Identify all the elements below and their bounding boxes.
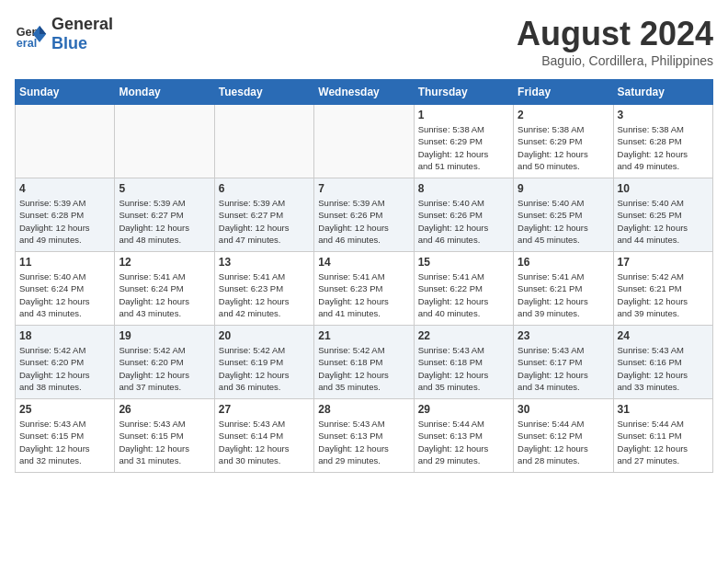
- day-info: Sunrise: 5:42 AM Sunset: 6:20 PM Dayligh…: [19, 344, 110, 393]
- day-info: Sunrise: 5:40 AM Sunset: 6:24 PM Dayligh…: [19, 270, 110, 319]
- calendar-cell: 18Sunrise: 5:42 AM Sunset: 6:20 PM Dayli…: [16, 326, 115, 399]
- calendar-cell: 26Sunrise: 5:43 AM Sunset: 6:15 PM Dayli…: [115, 399, 214, 473]
- calendar-cell: 5Sunrise: 5:39 AM Sunset: 6:27 PM Daylig…: [115, 178, 214, 252]
- logo-icon: Gen eral: [15, 17, 48, 51]
- title-block: August 2024 Baguio, Cordillera, Philippi…: [517, 15, 713, 68]
- calendar-cell: 29Sunrise: 5:44 AM Sunset: 6:13 PM Dayli…: [414, 399, 513, 473]
- calendar-body: 1Sunrise: 5:38 AM Sunset: 6:29 PM Daylig…: [16, 105, 713, 473]
- day-number: 2: [518, 109, 609, 121]
- day-info: Sunrise: 5:39 AM Sunset: 6:28 PM Dayligh…: [19, 197, 110, 246]
- day-info: Sunrise: 5:38 AM Sunset: 6:29 PM Dayligh…: [518, 123, 609, 172]
- day-number: 9: [518, 182, 609, 195]
- day-number: 31: [618, 403, 709, 416]
- day-info: Sunrise: 5:43 AM Sunset: 6:15 PM Dayligh…: [19, 418, 110, 466]
- day-number: 25: [19, 403, 110, 416]
- day-info: Sunrise: 5:43 AM Sunset: 6:15 PM Dayligh…: [119, 418, 210, 466]
- logo: Gen eral General Blue: [15, 15, 113, 53]
- day-number: 7: [318, 182, 409, 195]
- svg-marker-3: [40, 26, 46, 34]
- day-number: 16: [518, 256, 609, 269]
- calendar-day-header: Saturday: [613, 80, 712, 105]
- calendar-cell: 1Sunrise: 5:38 AM Sunset: 6:29 PM Daylig…: [414, 105, 513, 178]
- header: Gen eral General Blue August 2024 Baguio…: [15, 15, 713, 68]
- calendar-cell: 30Sunrise: 5:44 AM Sunset: 6:12 PM Dayli…: [514, 399, 613, 473]
- day-info: Sunrise: 5:42 AM Sunset: 6:21 PM Dayligh…: [618, 270, 709, 319]
- calendar-cell: [16, 105, 115, 178]
- calendar-cell: 4Sunrise: 5:39 AM Sunset: 6:28 PM Daylig…: [16, 178, 115, 252]
- calendar-cell: 11Sunrise: 5:40 AM Sunset: 6:24 PM Dayli…: [16, 252, 115, 326]
- calendar-week-row: 11Sunrise: 5:40 AM Sunset: 6:24 PM Dayli…: [16, 252, 713, 326]
- day-number: 11: [19, 256, 110, 269]
- calendar-cell: 19Sunrise: 5:42 AM Sunset: 6:20 PM Dayli…: [115, 326, 214, 399]
- day-info: Sunrise: 5:40 AM Sunset: 6:25 PM Dayligh…: [518, 197, 609, 246]
- day-number: 1: [418, 109, 509, 121]
- calendar-day-header: Sunday: [16, 80, 115, 105]
- day-number: 8: [418, 182, 509, 195]
- day-number: 12: [119, 256, 210, 269]
- calendar-cell: 21Sunrise: 5:42 AM Sunset: 6:18 PM Dayli…: [314, 326, 414, 399]
- calendar-day-header: Monday: [115, 80, 214, 105]
- calendar-cell: 13Sunrise: 5:41 AM Sunset: 6:23 PM Dayli…: [214, 252, 313, 326]
- day-info: Sunrise: 5:41 AM Sunset: 6:22 PM Dayligh…: [418, 270, 509, 319]
- calendar-cell: 24Sunrise: 5:43 AM Sunset: 6:16 PM Dayli…: [613, 326, 712, 399]
- calendar-week-row: 18Sunrise: 5:42 AM Sunset: 6:20 PM Dayli…: [16, 326, 713, 399]
- day-number: 24: [618, 329, 709, 342]
- calendar-cell: 22Sunrise: 5:43 AM Sunset: 6:18 PM Dayli…: [414, 326, 513, 399]
- calendar-cell: 31Sunrise: 5:44 AM Sunset: 6:11 PM Dayli…: [613, 399, 712, 473]
- calendar-cell: 10Sunrise: 5:40 AM Sunset: 6:25 PM Dayli…: [613, 178, 712, 252]
- day-info: Sunrise: 5:41 AM Sunset: 6:21 PM Dayligh…: [518, 270, 609, 319]
- calendar-header-row: SundayMondayTuesdayWednesdayThursdayFrid…: [16, 80, 713, 105]
- day-number: 4: [19, 182, 110, 195]
- day-info: Sunrise: 5:39 AM Sunset: 6:27 PM Dayligh…: [219, 197, 310, 246]
- calendar-cell: 17Sunrise: 5:42 AM Sunset: 6:21 PM Dayli…: [613, 252, 712, 326]
- day-number: 3: [618, 109, 709, 121]
- calendar-cell: 2Sunrise: 5:38 AM Sunset: 6:29 PM Daylig…: [514, 105, 613, 178]
- day-number: 29: [418, 403, 509, 416]
- calendar-day-header: Wednesday: [314, 80, 414, 105]
- day-number: 30: [518, 403, 609, 416]
- day-number: 19: [119, 329, 210, 342]
- day-info: Sunrise: 5:42 AM Sunset: 6:20 PM Dayligh…: [119, 344, 210, 393]
- day-number: 21: [318, 329, 409, 342]
- day-number: 22: [418, 329, 509, 342]
- calendar-table: SundayMondayTuesdayWednesdayThursdayFrid…: [15, 79, 713, 473]
- day-info: Sunrise: 5:42 AM Sunset: 6:18 PM Dayligh…: [318, 344, 409, 393]
- calendar-day-header: Friday: [514, 80, 613, 105]
- calendar-cell: 15Sunrise: 5:41 AM Sunset: 6:22 PM Dayli…: [414, 252, 513, 326]
- calendar-cell: 9Sunrise: 5:40 AM Sunset: 6:25 PM Daylig…: [514, 178, 613, 252]
- day-info: Sunrise: 5:41 AM Sunset: 6:23 PM Dayligh…: [219, 270, 310, 319]
- day-number: 14: [318, 256, 409, 269]
- day-info: Sunrise: 5:41 AM Sunset: 6:24 PM Dayligh…: [119, 270, 210, 319]
- calendar-title: August 2024: [517, 15, 713, 53]
- calendar-cell: 16Sunrise: 5:41 AM Sunset: 6:21 PM Dayli…: [514, 252, 613, 326]
- day-info: Sunrise: 5:44 AM Sunset: 6:11 PM Dayligh…: [618, 418, 709, 466]
- day-number: 17: [618, 256, 709, 269]
- calendar-cell: 20Sunrise: 5:42 AM Sunset: 6:19 PM Dayli…: [214, 326, 313, 399]
- day-number: 26: [119, 403, 210, 416]
- day-number: 13: [219, 256, 310, 269]
- calendar-subtitle: Baguio, Cordillera, Philippines: [517, 53, 713, 68]
- day-number: 28: [318, 403, 409, 416]
- day-number: 10: [618, 182, 709, 195]
- day-info: Sunrise: 5:39 AM Sunset: 6:27 PM Dayligh…: [119, 197, 210, 246]
- calendar-day-header: Thursday: [414, 80, 513, 105]
- calendar-cell: 12Sunrise: 5:41 AM Sunset: 6:24 PM Dayli…: [115, 252, 214, 326]
- day-info: Sunrise: 5:44 AM Sunset: 6:13 PM Dayligh…: [418, 418, 509, 466]
- calendar-cell: 23Sunrise: 5:43 AM Sunset: 6:17 PM Dayli…: [514, 326, 613, 399]
- logo-blue-text: Blue: [51, 34, 87, 52]
- day-info: Sunrise: 5:44 AM Sunset: 6:12 PM Dayligh…: [518, 418, 609, 466]
- day-info: Sunrise: 5:43 AM Sunset: 6:18 PM Dayligh…: [418, 344, 509, 393]
- calendar-cell: 6Sunrise: 5:39 AM Sunset: 6:27 PM Daylig…: [214, 178, 313, 252]
- day-info: Sunrise: 5:39 AM Sunset: 6:26 PM Dayligh…: [318, 197, 409, 246]
- day-number: 6: [219, 182, 310, 195]
- day-number: 20: [219, 329, 310, 342]
- calendar-cell: 8Sunrise: 5:40 AM Sunset: 6:26 PM Daylig…: [414, 178, 513, 252]
- day-info: Sunrise: 5:43 AM Sunset: 6:13 PM Dayligh…: [318, 418, 409, 466]
- calendar-cell: [314, 105, 414, 178]
- day-number: 23: [518, 329, 609, 342]
- calendar-cell: 7Sunrise: 5:39 AM Sunset: 6:26 PM Daylig…: [314, 178, 414, 252]
- calendar-week-row: 4Sunrise: 5:39 AM Sunset: 6:28 PM Daylig…: [16, 178, 713, 252]
- day-info: Sunrise: 5:40 AM Sunset: 6:25 PM Dayligh…: [618, 197, 709, 246]
- day-info: Sunrise: 5:43 AM Sunset: 6:14 PM Dayligh…: [219, 418, 310, 466]
- calendar-day-header: Tuesday: [214, 80, 313, 105]
